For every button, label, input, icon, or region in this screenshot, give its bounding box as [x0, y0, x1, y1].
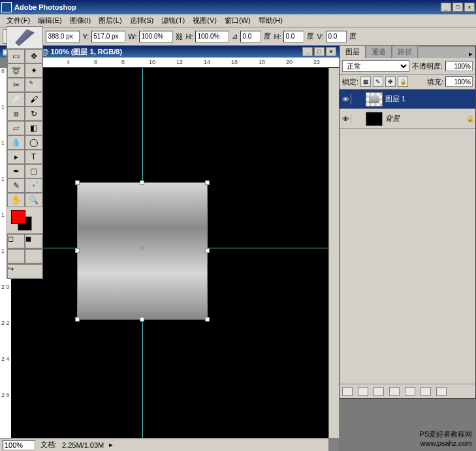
handle-top-right[interactable]: [205, 180, 210, 185]
dodge-tool-icon[interactable]: ◯: [25, 135, 42, 150]
lock-position-icon[interactable]: ✥: [385, 76, 396, 87]
transform-center-icon[interactable]: [141, 246, 144, 250]
tab-layers[interactable]: 图层: [340, 45, 366, 58]
new-group-icon[interactable]: [389, 387, 400, 396]
horizontal-ruler[interactable]: 0246810121416182022: [12, 58, 339, 68]
menu-view[interactable]: 视图(V): [189, 14, 221, 27]
layer-row[interactable]: 👁 背景 🔒: [340, 109, 475, 129]
stamp-tool-icon[interactable]: ⧈: [7, 107, 25, 121]
minimize-button[interactable]: _: [441, 3, 451, 12]
menu-edit[interactable]: 编辑(E): [34, 14, 66, 27]
gradient-tool-icon[interactable]: ◧: [25, 121, 42, 135]
handle-mid-left[interactable]: [75, 248, 80, 253]
hand-tool-icon[interactable]: ✋: [7, 193, 25, 207]
blend-mode-select[interactable]: 正常: [342, 60, 409, 72]
layer-mask-icon[interactable]: [373, 387, 384, 396]
handle-bot-left[interactable]: [75, 317, 80, 322]
status-menu-icon[interactable]: ▸: [109, 441, 113, 449]
imageready-icon[interactable]: ↪: [7, 264, 42, 278]
eyedropper-tool-icon[interactable]: 💉: [25, 178, 42, 193]
menu-window[interactable]: 窗口(W): [221, 14, 255, 27]
x-input[interactable]: [46, 31, 80, 42]
panel-menu-icon[interactable]: ▸: [466, 50, 475, 58]
layer-row[interactable]: 👁 图层 1: [340, 90, 475, 109]
menu-select[interactable]: 选择(S): [126, 14, 158, 27]
foreground-color[interactable]: [11, 210, 25, 224]
screen-mode-2-icon[interactable]: [25, 249, 42, 263]
panels-dock: 图层 通道 路径 ▸ 正常 不透明度: 锁定: ▦ ✎ ✥ 🔒 填充:: [339, 46, 476, 451]
opacity-input[interactable]: [445, 61, 473, 71]
maximize-button[interactable]: □: [452, 3, 463, 12]
tab-paths[interactable]: 路径: [392, 45, 418, 58]
visibility-icon[interactable]: 👁: [341, 114, 351, 124]
vertical-scrollbar[interactable]: [328, 68, 339, 438]
magic-wand-tool-icon[interactable]: ✦: [25, 63, 42, 78]
quickmask-mode-icon[interactable]: ◼: [25, 234, 42, 248]
adjustment-layer-icon[interactable]: [405, 387, 415, 396]
layer-thumbnail[interactable]: [366, 92, 383, 107]
menu-image[interactable]: 图像(I): [66, 14, 95, 27]
layer-name[interactable]: 背景: [385, 114, 464, 124]
standard-mode-icon[interactable]: ◻: [7, 234, 25, 248]
layers-panel-footer: [340, 384, 475, 398]
type-tool-icon[interactable]: T: [25, 150, 42, 164]
handle-top-mid[interactable]: [140, 180, 144, 185]
marquee-tool-icon[interactable]: ▭: [7, 49, 25, 63]
shape-tool-icon[interactable]: ▢: [25, 164, 42, 178]
pen-tool-icon[interactable]: ✒: [7, 164, 25, 178]
delete-layer-icon[interactable]: [436, 387, 447, 396]
canvas[interactable]: [12, 68, 328, 438]
skew-h-input[interactable]: [283, 31, 304, 42]
layer-name[interactable]: 图层 1: [385, 94, 474, 104]
brush-tool-icon[interactable]: 🖌: [25, 92, 42, 107]
layer-thumbnail[interactable]: [366, 112, 383, 126]
h-input[interactable]: [195, 31, 229, 42]
zoom-tool-icon[interactable]: 🔍: [25, 193, 42, 207]
lock-pixels-icon[interactable]: ✎: [373, 76, 383, 87]
blur-tool-icon[interactable]: 💧: [7, 135, 25, 150]
skew-v-input[interactable]: [326, 31, 347, 42]
angle-input[interactable]: [240, 31, 261, 42]
menu-filter[interactable]: 滤镜(T): [157, 14, 189, 27]
lasso-tool-icon[interactable]: ➰: [7, 63, 25, 78]
opacity-label: 不透明度:: [412, 61, 443, 71]
doc-minimize-button[interactable]: _: [302, 47, 313, 56]
eraser-tool-icon[interactable]: ▱: [7, 121, 25, 135]
link-icon[interactable]: ⛓: [176, 33, 183, 41]
handle-bot-mid[interactable]: [140, 317, 144, 322]
layer-style-icon[interactable]: [358, 387, 368, 396]
lock-transparency-icon[interactable]: ▦: [360, 76, 371, 87]
screen-mode-1-icon[interactable]: [7, 249, 25, 263]
doc-close-button[interactable]: ×: [326, 47, 336, 56]
visibility-icon[interactable]: 👁: [341, 94, 351, 105]
lock-all-icon[interactable]: 🔒: [398, 76, 408, 87]
transform-selection[interactable]: [77, 182, 208, 320]
path-selection-tool-icon[interactable]: ▸: [7, 150, 25, 164]
slice-tool-icon[interactable]: 🔪: [25, 78, 42, 92]
menu-layer[interactable]: 图层(L): [95, 14, 125, 27]
handle-top-left[interactable]: [75, 180, 80, 185]
history-brush-tool-icon[interactable]: ↻: [25, 107, 42, 121]
close-button[interactable]: ×: [464, 3, 475, 12]
crop-tool-icon[interactable]: ✂: [7, 78, 25, 92]
y-input[interactable]: [91, 31, 125, 42]
w-input[interactable]: [139, 31, 173, 42]
healing-brush-tool-icon[interactable]: 🩹: [7, 92, 25, 107]
panel-tabs: 图层 通道 路径 ▸: [340, 46, 475, 58]
link-layers-icon[interactable]: [342, 387, 353, 396]
doc-maximize-button[interactable]: □: [314, 47, 325, 56]
handle-bot-right[interactable]: [205, 317, 210, 322]
angle-unit: 度: [264, 31, 271, 41]
options-bar: ⊞ X: Y: W: ⛓ H: ⊿ 度 H: 度 V: 度: [0, 27, 476, 46]
zoom-value[interactable]: 100%: [3, 440, 35, 450]
handle-mid-right[interactable]: [205, 248, 210, 253]
fill-input[interactable]: [445, 76, 473, 87]
menu-bar: 文件(F) 编辑(E) 图像(I) 图层(L) 选择(S) 滤镜(T) 视图(V…: [0, 14, 476, 27]
new-layer-icon[interactable]: [420, 387, 431, 396]
move-tool-icon[interactable]: ✥: [25, 49, 42, 63]
menu-file[interactable]: 文件(F): [3, 14, 34, 27]
document-titlebar: ▣ 未标题-1 @ 100% (图层 1, RGB/8) _ □ ×: [0, 46, 339, 58]
tab-channels[interactable]: 通道: [366, 45, 392, 58]
notes-tool-icon[interactable]: ✎: [7, 178, 25, 193]
menu-help[interactable]: 帮助(H): [255, 14, 287, 27]
